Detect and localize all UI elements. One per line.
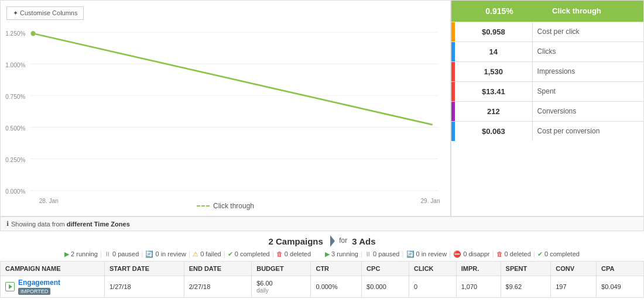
header-value: 0.915%: [451, 1, 547, 22]
campaigns-in-review: 🔄 0 in review: [145, 250, 186, 258]
ads-check-icon: ✔: [537, 250, 543, 258]
ads-in-review: 🔄 0 in review: [406, 250, 447, 258]
col-name: CAMPAIGN NAME: [1, 262, 105, 276]
label-cost-per-conv: Cost per conversion: [533, 122, 643, 141]
campaigns-running: ▶ 2 running: [64, 250, 98, 258]
svg-text:1.000%: 1.000%: [5, 61, 25, 68]
value-conversions: 212: [455, 102, 533, 121]
cell-name: Engagement IMPORTED: [1, 276, 105, 298]
campaigns-summary: 2 Campaigns: [268, 236, 323, 246]
for-label: for: [323, 235, 352, 247]
col-start: START DATE: [104, 262, 184, 276]
ads-delete-icon: 🗑: [496, 250, 503, 257]
ads-disapproved: ⛔ 0 disappr: [453, 250, 489, 258]
svg-text:0.000%: 0.000%: [5, 188, 25, 195]
table-row: Engagement IMPORTED 1/27/18 2/27/18 $6.0…: [1, 276, 644, 298]
col-ctr: CTR: [311, 262, 362, 276]
campaign-link[interactable]: Engagement: [18, 279, 60, 287]
cell-budget: $6.00daily: [252, 276, 311, 298]
ads-running: ▶ 3 running: [325, 250, 358, 258]
table-header: CAMPAIGN NAME START DATE END DATE BUDGET…: [1, 262, 644, 276]
stat-row-conversions: 212 Conversions: [451, 101, 643, 121]
campaigns-completed: ✔ 0 completed: [228, 250, 270, 258]
cell-conv: 197: [551, 276, 597, 298]
paused-icon: ⏸: [104, 250, 111, 257]
svg-text:28. Jan: 28. Jan: [39, 198, 59, 204]
col-click: CLICK: [409, 262, 456, 276]
info-icon: ℹ: [6, 220, 9, 228]
value-cost-per-conv: $0.063: [455, 122, 533, 141]
running-icon: ▶: [64, 250, 69, 258]
value-spent: $13.41: [455, 82, 533, 101]
campaign-table-wrapper: CAMPAIGN NAME START DATE END DATE BUDGET…: [0, 261, 644, 298]
col-cpc: CPC: [362, 262, 409, 276]
review-icon: 🔄: [145, 250, 153, 258]
warn-icon: ⚠: [193, 250, 198, 258]
ads-paused: ⏸ 0 paused: [365, 250, 399, 257]
svg-text:0.500%: 0.500%: [5, 125, 25, 132]
label-spent: Spent: [533, 82, 643, 101]
cell-end: 2/27/18: [184, 276, 252, 298]
col-impr: IMPR.: [456, 262, 501, 276]
label-cpc: Cost per click: [533, 22, 643, 42]
ads-deleted: 🗑 0 deleted: [496, 250, 531, 257]
label-clicks: Clicks: [533, 42, 643, 61]
svg-text:1.250%: 1.250%: [5, 30, 25, 36]
cell-start: 1/27/18: [104, 276, 184, 298]
label-conversions: Conversions: [533, 102, 643, 121]
delete-icon: 🗑: [276, 250, 283, 257]
chart-legend: Click through: [197, 202, 254, 210]
campaigns-failed: ⚠ 0 failed: [193, 250, 221, 258]
imported-badge: IMPORTED: [18, 288, 50, 295]
check-icon: ✔: [228, 250, 233, 258]
stats-header: 0.915% Click through: [451, 1, 643, 22]
ads-review-icon: 🔄: [406, 250, 415, 258]
svg-point-12: [31, 31, 36, 36]
value-cpc: $0.958: [455, 22, 533, 42]
svg-text:29. Jan: 29. Jan: [420, 198, 440, 204]
col-spent: SPENT: [501, 262, 551, 276]
stat-row-clicks: 14 Clicks: [451, 42, 643, 61]
stat-row-spent: $13.41 Spent: [451, 81, 643, 101]
ads-paused-icon: ⏸: [365, 250, 371, 257]
value-clicks: 14: [455, 42, 533, 61]
stat-row-impressions: 1,530 Impressions: [451, 61, 643, 81]
customise-columns-button[interactable]: ✦ Customise Columns: [6, 6, 84, 20]
summary-row: 2 Campaigns for 3 Ads: [0, 231, 644, 248]
cell-ctr: 0.000%: [311, 276, 362, 298]
value-impressions: 1,530: [455, 62, 533, 81]
col-budget: BUDGET: [252, 262, 311, 276]
ads-running-icon: ▶: [325, 250, 330, 258]
ads-summary: 3 Ads: [352, 236, 375, 246]
cell-click: 0: [409, 276, 456, 298]
play-button[interactable]: [5, 282, 15, 291]
col-cpa: CPA: [597, 262, 644, 276]
top-section: ✦ Customise Columns 1.250% 1.000% 0.750%…: [0, 0, 644, 216]
svg-text:0.250%: 0.250%: [5, 157, 25, 163]
header-label: Click through: [547, 1, 643, 22]
cell-cpc: $0.000: [362, 276, 409, 298]
stat-row-cost-per-conv: $0.063 Cost per conversion: [451, 121, 643, 141]
ads-completed: ✔ 0 completed: [537, 250, 580, 258]
stats-panel: 0.915% Click through $0.958 Cost per cli…: [451, 0, 644, 216]
campaigns-paused: ⏸ 0 paused: [104, 250, 139, 257]
label-impressions: Impressions: [533, 62, 643, 81]
svg-text:0.750%: 0.750%: [5, 93, 25, 99]
play-triangle-icon: [9, 284, 12, 289]
legend-label: Click through: [213, 202, 254, 210]
status-indicators: ▶ 2 running | ⏸ 0 paused | 🔄 0 in review…: [0, 248, 644, 261]
chart-svg: 1.250% 1.000% 0.750% 0.500% 0.250% 0.000…: [1, 1, 450, 216]
info-text: Showing data from different Time Zones: [11, 221, 130, 228]
cell-spent: $9.62: [501, 276, 551, 298]
col-conv: CONV: [551, 262, 597, 276]
cell-cpa: $0.049: [597, 276, 644, 298]
col-end: END DATE: [184, 262, 252, 276]
main-container: ✦ Customise Columns 1.250% 1.000% 0.750%…: [0, 0, 644, 306]
campaign-table: CAMPAIGN NAME START DATE END DATE BUDGET…: [0, 261, 644, 298]
table-body: Engagement IMPORTED 1/27/18 2/27/18 $6.0…: [1, 276, 644, 298]
info-bar: ℹ Showing data from different Time Zones: [0, 216, 644, 231]
campaigns-deleted: 🗑 0 deleted: [276, 250, 311, 257]
bottom-section: 2 Campaigns for 3 Ads ▶ 2 running | ⏸ 0 …: [0, 231, 644, 298]
cell-impr: 1,070: [456, 276, 501, 298]
ads-disappr-icon: ⛔: [453, 250, 461, 258]
